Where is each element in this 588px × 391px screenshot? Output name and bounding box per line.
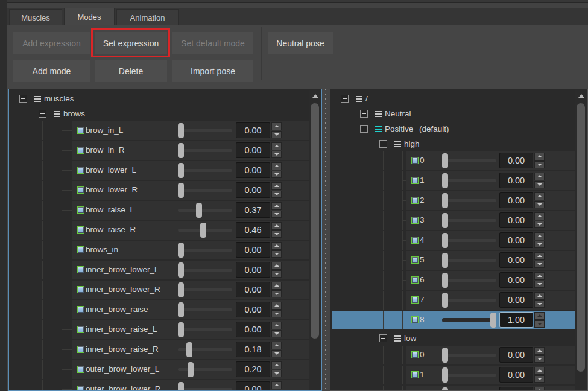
spin-up-button[interactable] <box>534 212 545 220</box>
spin-up-button[interactable] <box>271 202 282 210</box>
scroll-up-button[interactable] <box>309 91 321 101</box>
value-slider[interactable] <box>178 229 232 232</box>
slider-handle[interactable] <box>178 183 184 198</box>
value-spinbox[interactable]: 0.00 <box>499 347 533 363</box>
slider-handle[interactable] <box>442 293 448 308</box>
slider-handle[interactable] <box>188 362 194 377</box>
value-slider[interactable] <box>178 209 232 212</box>
value-spinbox[interactable]: 0.00 <box>236 302 270 317</box>
add-mode-button[interactable]: Add mode <box>13 60 90 82</box>
muscles-tree-panel[interactable]: muscles brows brow_in_L 0.00 brow_in_R 0… <box>8 89 322 391</box>
spin-down-button[interactable] <box>534 375 545 383</box>
spin-up-button[interactable] <box>271 342 282 349</box>
spin-up-button[interactable] <box>271 361 282 369</box>
spin-down-button[interactable] <box>534 221 545 229</box>
slider-handle[interactable] <box>442 233 448 248</box>
spin-down-button[interactable] <box>271 151 282 159</box>
muscle-checkbox-icon[interactable] <box>411 296 419 304</box>
value-spinbox[interactable]: 0.00 <box>499 173 533 188</box>
value-spinbox[interactable]: 0.00 <box>499 212 533 228</box>
slider-handle[interactable] <box>442 253 448 268</box>
collapse-icon[interactable] <box>360 125 368 133</box>
value-spinbox[interactable]: 0.00 <box>236 122 270 138</box>
muscle-checkbox-icon[interactable] <box>77 226 84 234</box>
spin-down-button[interactable] <box>271 171 282 179</box>
set-default-mode-button[interactable]: Set default mode <box>172 32 253 54</box>
slider-handle[interactable] <box>442 213 448 228</box>
value-slider[interactable] <box>442 159 496 162</box>
spin-up-button[interactable] <box>534 252 545 260</box>
spin-down-button[interactable] <box>271 330 282 338</box>
slider-handle[interactable] <box>442 348 448 363</box>
spin-up-button[interactable] <box>271 162 282 170</box>
muscle-checkbox-icon[interactable] <box>77 346 84 353</box>
value-slider[interactable] <box>442 199 496 202</box>
spin-up-button[interactable] <box>534 173 545 180</box>
value-slider[interactable] <box>178 149 232 152</box>
value-spinbox[interactable]: 0.00 <box>236 322 270 337</box>
spin-down-button[interactable] <box>271 250 282 258</box>
spin-down-button[interactable] <box>534 320 545 328</box>
tree-row-high[interactable]: high <box>332 136 575 151</box>
value-spinbox[interactable]: 0.00 <box>499 292 533 308</box>
value-slider[interactable] <box>178 328 232 331</box>
value-spinbox[interactable]: 0.00 <box>499 252 533 268</box>
value-spinbox[interactable]: 0.20 <box>236 361 270 377</box>
menu-icon[interactable] <box>356 96 362 103</box>
spin-up-button[interactable] <box>271 122 282 130</box>
value-spinbox[interactable]: 0.00 <box>236 142 270 158</box>
tree-row-inner-brow-lower-r[interactable]: inner_brow_lower_R 0.00 <box>10 281 309 299</box>
tree-row-muscles[interactable]: muscles <box>10 91 309 106</box>
spin-down-button[interactable] <box>534 355 545 363</box>
tree-row-2[interactable]: 2 0.00 <box>332 191 575 210</box>
tree-row-7[interactable]: 7 0.00 <box>332 291 575 310</box>
spin-up-button[interactable] <box>271 302 282 310</box>
value-slider[interactable] <box>178 288 232 291</box>
value-slider[interactable] <box>442 239 496 242</box>
value-spinbox[interactable]: 0.00 <box>236 162 270 178</box>
muscle-checkbox-icon[interactable] <box>411 197 419 204</box>
value-slider[interactable] <box>178 269 232 272</box>
tree-row-low[interactable]: low <box>332 331 575 346</box>
value-spinbox[interactable]: 0.00 <box>499 153 533 168</box>
scrollbar-thumb[interactable] <box>311 103 319 339</box>
spin-down-button[interactable] <box>534 300 545 308</box>
muscle-checkbox-icon[interactable] <box>77 186 84 194</box>
right-panel-scrollbar[interactable] <box>575 90 587 390</box>
tree-row-brow-lower-r[interactable]: brow_lower_R 0.00 <box>10 181 309 200</box>
slider-handle[interactable] <box>178 282 184 297</box>
value-spinbox[interactable]: 0.00 <box>499 387 533 391</box>
tree-row-1[interactable]: 1 0.00 <box>332 171 575 190</box>
value-spinbox[interactable]: 0.00 <box>499 192 533 208</box>
slider-handle[interactable] <box>442 367 448 383</box>
spin-up-button[interactable] <box>271 182 282 190</box>
muscle-checkbox-icon[interactable] <box>411 316 419 323</box>
collapse-icon[interactable] <box>379 140 387 148</box>
muscle-checkbox-icon[interactable] <box>77 127 84 134</box>
tree-row-6[interactable]: 6 0.00 <box>332 271 575 290</box>
tree-row-brow-lower-l[interactable]: brow_lower_L 0.00 <box>10 161 309 180</box>
tree-row-brow-raise-r[interactable]: brow_raise_R 0.46 <box>10 221 309 240</box>
value-spinbox[interactable]: 0.00 <box>236 242 270 258</box>
spin-down-button[interactable] <box>534 241 545 249</box>
muscle-checkbox-icon[interactable] <box>411 276 419 284</box>
tab-modes[interactable]: Modes <box>64 8 115 25</box>
collapse-icon[interactable] <box>39 110 46 118</box>
slider-handle[interactable] <box>178 382 184 391</box>
slider-handle[interactable] <box>442 387 448 391</box>
tab-animation[interactable]: Animation <box>116 9 179 25</box>
spin-up-button[interactable] <box>534 272 545 280</box>
tree-row-brow-in-l[interactable]: brow_in_L 0.00 <box>10 121 309 140</box>
muscle-checkbox-icon[interactable] <box>411 217 419 224</box>
add-expression-button[interactable]: Add expression <box>13 32 90 54</box>
tree-row-inner-brow-raise-l[interactable]: inner_brow_raise_L 0.00 <box>10 320 309 339</box>
muscle-checkbox-icon[interactable] <box>411 177 419 184</box>
value-spinbox[interactable]: 0.00 <box>236 182 270 198</box>
muscle-checkbox-icon[interactable] <box>77 266 84 273</box>
slider-handle[interactable] <box>186 342 192 357</box>
collapse-icon[interactable] <box>379 334 387 342</box>
spin-down-button[interactable] <box>534 261 545 269</box>
value-spinbox[interactable]: 0.00 <box>236 282 270 297</box>
muscle-checkbox-icon[interactable] <box>411 351 419 358</box>
spin-down-button[interactable] <box>271 191 282 199</box>
